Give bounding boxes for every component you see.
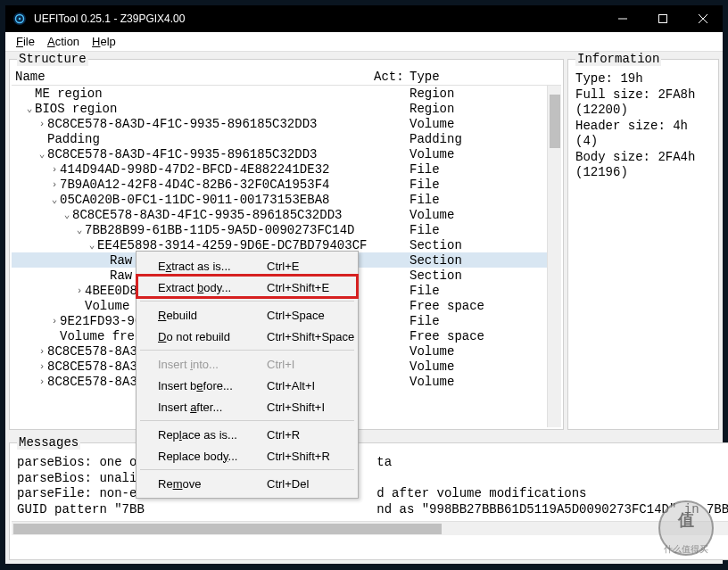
menu-shortcut: Ctrl+R xyxy=(267,428,356,442)
col-type[interactable]: Type xyxy=(410,70,561,85)
col-name[interactable]: Name xyxy=(12,70,374,85)
tree-node-label: 7BB28B99-61BB-11D5-9A5D-0090273FC14D xyxy=(85,223,354,237)
minimize-button[interactable] xyxy=(602,5,642,32)
chevron-down-icon[interactable]: ⌄ xyxy=(49,194,60,205)
tree-node-type: File xyxy=(410,284,561,298)
context-menu-item: Insert into...Ctrl+I xyxy=(138,353,356,375)
tree-node-type: Volume xyxy=(410,208,561,222)
context-menu-item[interactable]: Insert before...Ctrl+Alt+I xyxy=(138,375,356,396)
chevron-right-icon[interactable]: › xyxy=(37,376,47,387)
tree-node-type: File xyxy=(410,162,561,177)
menu-separator xyxy=(140,420,354,421)
menu-bar: File Action Help xyxy=(5,32,723,52)
chevron-right-icon[interactable]: › xyxy=(49,164,60,175)
tree-node-label: 8C8CE578-8A3D-4F1C-9935-896185C32DD3 xyxy=(47,117,317,131)
scrollbar-thumb[interactable] xyxy=(13,524,442,534)
tree-row[interactable]: ›414D94AD-998D-47D2-BFCD-4E882241DE32Fil… xyxy=(12,161,561,177)
tree-row[interactable]: PaddingPadding xyxy=(12,131,561,146)
tree-node-type: Free space xyxy=(410,329,561,343)
tree-row[interactable]: ›8C8CE578-8A3D-4F1C-9935-896185C32DD3Vol… xyxy=(12,116,561,131)
context-menu-item[interactable]: Replace as is...Ctrl+R xyxy=(138,424,356,445)
close-button[interactable] xyxy=(682,5,723,32)
tree-node-type: File xyxy=(410,193,561,207)
tree-row[interactable]: ME regionRegion xyxy=(12,86,561,101)
context-menu-item[interactable]: Replace body...Ctrl+Shift+R xyxy=(138,445,356,467)
tree-header: Name Act: Type xyxy=(12,68,561,86)
chevron-right-icon[interactable]: › xyxy=(37,346,47,357)
content-area: Structure Name Act: Type ME regionRegion… xyxy=(5,52,723,564)
tree-node-type: Region xyxy=(410,102,561,116)
tree-row[interactable]: ⌄05CA020B-0FC1-11DC-9011-00173153EBA8Fil… xyxy=(12,192,561,207)
tree-node-type: Section xyxy=(410,253,561,268)
menu-shortcut: Ctrl+Del xyxy=(267,477,356,491)
tree-node-type: Section xyxy=(410,238,561,252)
scrollbar-thumb[interactable] xyxy=(550,95,560,148)
chevron-down-icon[interactable]: ⌄ xyxy=(37,148,47,160)
menu-shortcut: Ctrl+Shift+I xyxy=(267,401,356,414)
tree-node-label: 8C8CE578-8A3D-4F1C-9935-896185C32DD3 xyxy=(72,208,342,222)
tree-node-type: Region xyxy=(410,87,561,101)
chevron-right-icon[interactable]: › xyxy=(37,361,47,372)
menu-shortcut: Ctrl+E xyxy=(267,260,356,273)
watermark-text: 什么值得买 xyxy=(655,543,717,556)
tree-node-type: Volume xyxy=(410,359,561,374)
menu-help[interactable]: Help xyxy=(92,35,116,48)
menu-action[interactable]: Action xyxy=(47,35,79,48)
information-content: Type: 19h Full size: 2FA8h (12200) Heade… xyxy=(570,68,716,185)
svg-rect-4 xyxy=(658,15,666,23)
context-menu-item[interactable]: Do not rebuildCtrl+Shift+Space xyxy=(138,326,356,347)
menu-separator xyxy=(140,301,354,302)
tree-node-type: Section xyxy=(410,268,561,283)
tree-row[interactable]: ›7B9A0A12-42F8-4D4C-82B6-32F0CA1953F4Fil… xyxy=(12,177,561,192)
tree-node-label: 05CA020B-0FC1-11DC-9011-00173153EBA8 xyxy=(60,193,329,207)
tree-node-label: Padding xyxy=(47,132,100,146)
svg-point-2 xyxy=(19,18,21,20)
tree-node-label: 414D94AD-998D-47D2-BFCD-4E882241DE32 xyxy=(60,162,329,177)
chevron-down-icon[interactable]: ⌄ xyxy=(24,103,35,114)
tree-node-label: 8C8CE578-8A3D xyxy=(47,375,145,389)
tree-node-type: File xyxy=(410,223,561,237)
chevron-down-icon[interactable]: ⌄ xyxy=(62,209,72,220)
tree-row[interactable]: ⌄8C8CE578-8A3D-4F1C-9935-896185C32DD3Vol… xyxy=(12,146,561,161)
tree-node-type: Volume xyxy=(410,375,561,389)
watermark-badge: 值 什么值得买 xyxy=(655,497,717,559)
tree-node-type: Volume xyxy=(410,344,561,359)
messages-horizontal-scrollbar[interactable] xyxy=(12,521,728,535)
tree-node-label: 8C8CE578-8A3D xyxy=(47,359,145,374)
context-menu: Extract as is...Ctrl+EExtract body...Ctr… xyxy=(136,251,359,499)
context-menu-item[interactable]: Extract as is...Ctrl+E xyxy=(138,255,356,277)
tree-row[interactable]: ⌄8C8CE578-8A3D-4F1C-9935-896185C32DD3Vol… xyxy=(12,207,561,222)
app-icon xyxy=(12,12,27,26)
menu-shortcut: Ctrl+Shift+E xyxy=(267,281,356,294)
tree-node-type: Free space xyxy=(410,299,561,313)
chevron-right-icon[interactable]: › xyxy=(49,179,60,190)
menu-shortcut: Ctrl+Shift+R xyxy=(267,450,356,463)
upper-panels: Structure Name Act: Type ME regionRegion… xyxy=(9,52,719,430)
menu-file[interactable]: File xyxy=(16,35,35,48)
context-menu-item[interactable]: Insert after...Ctrl+Shift+I xyxy=(138,396,356,417)
tree-node-label: BIOS region xyxy=(35,102,117,116)
context-menu-item[interactable]: RemoveCtrl+Del xyxy=(138,473,356,494)
col-act[interactable]: Act: xyxy=(374,70,410,85)
context-menu-item[interactable]: RebuildCtrl+Space xyxy=(138,304,356,326)
chevron-down-icon[interactable]: ⌄ xyxy=(87,239,97,251)
app-window: UEFITool 0.25.1 - Z39PGIX4.00 File Actio… xyxy=(5,5,723,564)
tree-node-type: Padding xyxy=(410,132,561,146)
information-panel: Information Type: 19h Full size: 2FA8h (… xyxy=(567,52,719,430)
window-controls xyxy=(602,5,723,32)
vertical-scrollbar[interactable] xyxy=(547,86,561,427)
chevron-right-icon[interactable]: › xyxy=(74,285,85,296)
chevron-down-icon[interactable]: ⌄ xyxy=(74,224,85,235)
menu-shortcut: Ctrl+Shift+Space xyxy=(267,330,356,343)
chevron-right-icon[interactable]: › xyxy=(37,119,47,129)
tree-row[interactable]: ⌄BIOS regionRegion xyxy=(12,101,561,116)
chevron-right-icon[interactable]: › xyxy=(49,316,60,326)
messages-panel: Messages parseBios: one of ta parseBios:… xyxy=(9,435,728,560)
menu-shortcut: Ctrl+Alt+I xyxy=(267,379,356,392)
context-menu-item[interactable]: Extract body...Ctrl+Shift+E xyxy=(138,277,356,298)
maximize-button[interactable] xyxy=(642,5,682,32)
tree-node-type: File xyxy=(410,178,561,192)
messages-content: parseBios: one of ta parseBios: unalig p… xyxy=(12,451,728,521)
menu-separator xyxy=(140,350,354,351)
tree-row[interactable]: ⌄7BB28B99-61BB-11D5-9A5D-0090273FC14DFil… xyxy=(12,222,561,237)
